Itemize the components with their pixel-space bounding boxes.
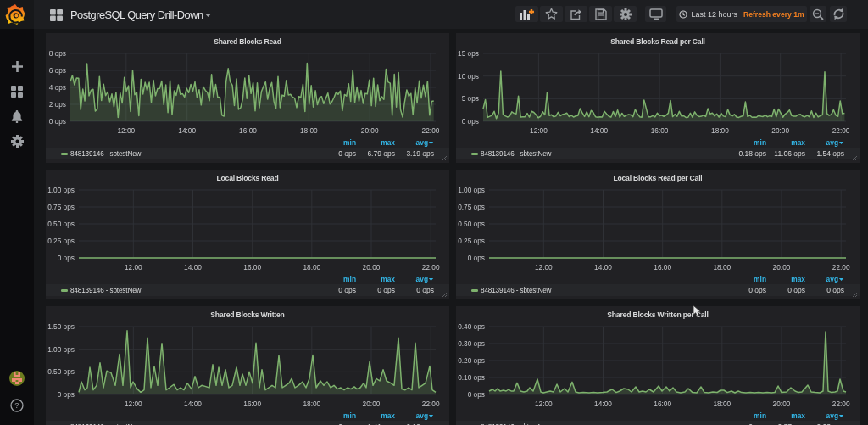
svg-text:14:00: 14:00: [594, 400, 612, 408]
svg-text:16:00: 16:00: [651, 126, 669, 135]
svg-text:22:00: 22:00: [832, 126, 850, 135]
svg-text:1.50 ops: 1.50 ops: [47, 322, 75, 331]
svg-text:22:00: 22:00: [422, 400, 440, 408]
svg-text:20:00: 20:00: [363, 400, 381, 408]
svg-text:0.50 ops: 0.50 ops: [47, 367, 75, 376]
svg-text:0.30 ops: 0.30 ops: [458, 339, 485, 348]
svg-text:12:00: 12:00: [117, 126, 135, 135]
svg-text:20:00: 20:00: [773, 400, 791, 408]
svg-text:0.10 ops: 0.10 ops: [458, 373, 485, 382]
svg-text:20:00: 20:00: [361, 126, 379, 135]
svg-text:20:00: 20:00: [773, 263, 791, 271]
svg-text:0.25 ops: 0.25 ops: [47, 237, 75, 245]
svg-text:16:00: 16:00: [243, 400, 261, 408]
svg-text:10 ops: 10 ops: [458, 72, 479, 81]
svg-text:20:00: 20:00: [363, 263, 381, 271]
svg-text:4 ops: 4 ops: [49, 83, 66, 92]
svg-text:16:00: 16:00: [243, 263, 261, 271]
svg-text:6 ops: 6 ops: [49, 66, 66, 75]
svg-text:18:00: 18:00: [303, 400, 320, 408]
svg-text:15 ops: 15 ops: [458, 49, 479, 58]
svg-text:0.25 ops: 0.25 ops: [458, 237, 485, 245]
svg-text:0 ops: 0 ops: [58, 390, 75, 399]
svg-text:2 ops: 2 ops: [49, 100, 66, 109]
svg-text:18:00: 18:00: [711, 126, 729, 135]
svg-text:0 ops: 0 ops: [58, 254, 75, 262]
svg-text:18:00: 18:00: [713, 263, 731, 271]
svg-text:18:00: 18:00: [303, 263, 320, 271]
svg-text:20:00: 20:00: [771, 126, 789, 135]
svg-text:0.75 ops: 0.75 ops: [47, 203, 75, 211]
svg-text:12:00: 12:00: [535, 263, 553, 271]
svg-text:14:00: 14:00: [178, 126, 196, 135]
svg-text:14:00: 14:00: [590, 126, 608, 135]
svg-text:22:00: 22:00: [422, 263, 440, 271]
svg-text:14:00: 14:00: [184, 400, 202, 408]
svg-text:0 ops: 0 ops: [49, 117, 66, 126]
svg-text:18:00: 18:00: [713, 400, 731, 408]
svg-text:16:00: 16:00: [239, 126, 257, 135]
svg-text:0 ops: 0 ops: [462, 117, 479, 126]
svg-text:12:00: 12:00: [125, 400, 142, 408]
svg-text:14:00: 14:00: [594, 263, 612, 271]
svg-text:22:00: 22:00: [832, 263, 850, 271]
svg-text:14:00: 14:00: [184, 263, 202, 271]
svg-text:0 ops: 0 ops: [468, 254, 485, 262]
svg-text:22:00: 22:00: [832, 400, 850, 408]
svg-text:8 ops: 8 ops: [49, 49, 66, 58]
svg-text:12:00: 12:00: [125, 263, 142, 271]
svg-text:12:00: 12:00: [535, 400, 553, 408]
svg-text:22:00: 22:00: [422, 126, 440, 135]
svg-text:0.75 ops: 0.75 ops: [458, 203, 485, 211]
svg-text:0.50 ops: 0.50 ops: [47, 220, 75, 228]
svg-text:5 ops: 5 ops: [462, 94, 479, 103]
svg-text:12:00: 12:00: [530, 126, 548, 135]
svg-text:1.00 ops: 1.00 ops: [458, 186, 485, 194]
svg-text:?: ?: [14, 400, 19, 410]
svg-text:0 ops: 0 ops: [468, 390, 485, 399]
svg-text:16:00: 16:00: [654, 400, 671, 408]
svg-text:1.00 ops: 1.00 ops: [47, 186, 75, 194]
svg-text:0.50 ops: 0.50 ops: [458, 220, 485, 228]
svg-text:18:00: 18:00: [300, 126, 318, 135]
svg-text:0.40 ops: 0.40 ops: [458, 322, 485, 331]
svg-text:0.20 ops: 0.20 ops: [458, 356, 485, 365]
svg-text:16:00: 16:00: [654, 263, 671, 271]
svg-text:1.00 ops: 1.00 ops: [47, 345, 75, 354]
